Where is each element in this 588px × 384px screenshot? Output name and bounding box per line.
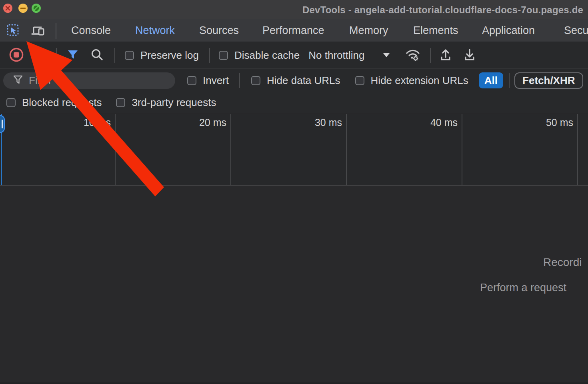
tab-console[interactable]: Console [71, 19, 111, 42]
device-toolbar-icon [30, 22, 46, 39]
toolbar-separator [430, 48, 431, 63]
clear-network-log-button[interactable] [33, 48, 46, 63]
third-party-requests-label: 3rd-party requests [132, 96, 216, 109]
toolbar-separator [114, 48, 115, 63]
tab-security[interactable]: Secu [564, 19, 588, 42]
preserve-log-label: Preserve log [140, 49, 199, 62]
timeline-column: 40 ms [347, 114, 462, 185]
search-button[interactable] [90, 48, 104, 63]
tab-performance[interactable]: Performance [262, 19, 324, 42]
filter-separator [509, 73, 510, 88]
window-title: DevTools - angela-add-tutorial.cloudflar… [302, 4, 583, 16]
timeline-tick: 40 ms [430, 117, 458, 128]
timeline-column: 30 ms [231, 114, 347, 185]
timeline-column: 10 ms [0, 114, 116, 185]
tab-sources[interactable]: Sources [199, 19, 239, 42]
network-conditions-icon[interactable] [404, 48, 421, 64]
tab-application[interactable]: Application [482, 19, 535, 42]
timeline-tick: 50 ms [546, 117, 573, 128]
third-party-requests-checkbox[interactable] [116, 98, 125, 107]
filter-fetch-xhr-button[interactable]: Fetch/XHR [514, 72, 583, 89]
disable-cache-label: Disable cache [234, 49, 300, 62]
zoom-window-button[interactable] [32, 4, 41, 13]
disable-cache-checkbox[interactable] [219, 51, 228, 60]
timeline-tick: 20 ms [199, 117, 226, 128]
close-window-button[interactable] [3, 4, 12, 13]
toolbar-separator [56, 48, 57, 63]
blocked-requests-label: Blocked requests [22, 96, 102, 109]
inspect-cursor-icon [6, 23, 20, 39]
minimize-window-button[interactable] [18, 4, 28, 13]
network-filter-bar: Invert Hide data URLs Hide extension URL… [0, 69, 588, 92]
devtools-tab-bar: Console Network Sources Performance Memo… [0, 19, 588, 42]
timeline-column: 20 ms [116, 114, 231, 185]
filter-all-button[interactable]: All [479, 72, 503, 88]
inspect-element-button[interactable] [5, 23, 20, 38]
title-bar: DevTools - angela-add-tutorial.cloudflar… [0, 0, 588, 19]
tab-network[interactable]: Network [135, 19, 175, 42]
devtools-window: DevTools - angela-add-tutorial.cloudflar… [0, 0, 588, 384]
preserve-log-checkbox[interactable] [125, 51, 134, 60]
blocked-requests-checkbox[interactable] [6, 98, 16, 107]
filter-toggle-button[interactable] [66, 48, 79, 63]
window-bottom-edge [0, 382, 588, 384]
timeline-tick: 10 ms [84, 117, 111, 128]
stop-recording-button[interactable] [9, 47, 24, 64]
empty-state-hint-text: Perform a request [480, 282, 566, 294]
import-har-icon[interactable] [439, 48, 452, 64]
empty-state-recording-text: Recordi [543, 256, 582, 269]
tabbar-separator [56, 23, 56, 39]
tab-memory[interactable]: Memory [349, 19, 388, 42]
invert-checkbox[interactable] [187, 76, 196, 85]
hide-extension-urls-label: Hide extension URLs [371, 74, 468, 87]
hide-data-urls-label: Hide data URLs [267, 74, 340, 87]
filter-separator [239, 73, 240, 88]
export-har-icon[interactable] [463, 48, 476, 64]
overview-drag-handle[interactable] [0, 115, 5, 133]
toggle-device-toolbar-button[interactable] [30, 23, 46, 38]
filter-input[interactable] [29, 74, 157, 87]
timeline-tick: 30 ms [315, 117, 342, 128]
throttling-select[interactable]: No throttling [308, 49, 364, 62]
network-filter-bar-row2: Blocked requests 3rd-party requests [0, 92, 588, 113]
network-overview-timeline[interactable]: 10 ms 20 ms 30 ms 40 ms 50 ms [0, 114, 588, 186]
hide-extension-urls-checkbox[interactable] [355, 76, 364, 85]
network-toolbar: Preserve log Disable cache No throttling [0, 42, 588, 69]
timeline-column: 50 ms [462, 114, 578, 185]
invert-label: Invert [203, 74, 229, 87]
toolbar-separator [209, 48, 210, 63]
filter-input-pill[interactable] [3, 72, 175, 89]
hide-data-urls-checkbox[interactable] [251, 76, 260, 85]
tab-elements[interactable]: Elements [413, 19, 458, 42]
dropdown-caret-icon[interactable] [383, 52, 390, 59]
filter-funnel-icon [13, 74, 23, 86]
